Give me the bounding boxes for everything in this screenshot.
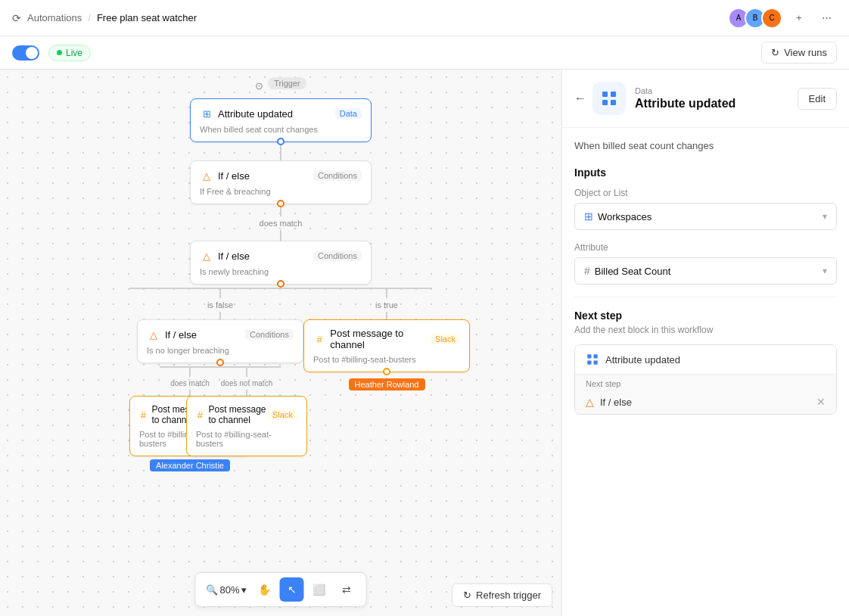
if-else-2-subtitle: Is newly breaching [200,267,362,276]
panel-subtitle: When billed seat count changes [574,140,837,151]
nav-automations-link[interactable]: Automations [27,12,82,23]
if-else-2-icon: △ [200,249,213,263]
slack-2-badge: Slack [431,334,460,344]
live-toggle[interactable] [12,45,39,61]
panel-header: ← Data Attribute updated Edit [562,70,849,128]
zoom-chevron: ▾ [241,584,247,596]
panel-icon-box [592,82,626,115]
svg-rect-5 [594,354,598,358]
trigger-label: Trigger [268,77,306,89]
slack-3-icon: # [196,408,204,422]
left-branch: is false △ If / else Conditions Is no lo… [129,288,311,366]
next-step-current-text: Attribute updated [605,354,826,366]
edit-button[interactable]: Edit [798,88,837,110]
zoom-control[interactable]: 🔍 80% ▾ [203,584,249,596]
canvas-toolbar: 🔍 80% ▾ ✋ ↖ ⬜ ⇄ [194,572,366,607]
if-else-3-badge: Conditions [245,329,294,340]
if-else-1-connector [277,200,285,207]
svg-rect-4 [587,354,591,358]
next-step-sub-close[interactable]: ✕ [816,396,826,408]
if-else-node-1[interactable]: △ If / else Conditions If Free & breachi… [190,160,372,204]
next-step-current-item[interactable]: Attribute updated [575,345,836,374]
if-else-2-connector [277,280,285,288]
object-or-list-label: Object or List [574,188,837,198]
next-step-sublabel: Add the next block in this workflow [574,325,837,335]
view-runs-button[interactable]: ↻ View runs [761,42,837,64]
nav-more-button[interactable]: ⋯ [816,8,837,29]
live-label: Live [66,48,82,58]
panel-body: When billed seat count changes Inputs Ob… [562,128,849,616]
live-bar-right: ↻ View runs [761,42,837,64]
attribute-updated-icon: ⊞ [200,107,213,120]
if-else-1-icon: △ [200,169,213,182]
refresh-trigger-button[interactable]: ↻ Refresh trigger [452,583,552,607]
slack-2-connector [383,368,390,375]
panel-back-button[interactable]: ← [574,92,586,105]
if-else-sub-icon: △ [586,396,594,408]
pointer-icon: ↖ [288,583,297,596]
avatar-3: C [761,8,782,29]
more-icon: ⋯ [822,12,832,23]
user-tooltip-1: Alexander Christie [150,459,230,471]
slack-3-badge: Slack [268,409,297,420]
object-or-list-field: Object or List ⊞ Workspaces ▾ [574,188,837,230]
slack-1-icon: # [139,408,148,422]
frame-tool-button[interactable]: ⬜ [307,577,331,602]
post-message-node-3[interactable]: # Post message to channel Slack Post to … [186,396,307,456]
v-line-3 [280,230,281,241]
svg-rect-0 [602,92,608,97]
trigger-node-subtitle: When billed seat count changes [200,125,362,134]
if-else-2-badge: Conditions [313,250,362,261]
workspaces-select[interactable]: ⊞ Workspaces ▾ [574,203,837,230]
next-step-sub-label: Next step [575,375,836,390]
canvas[interactable]: ⊙ Trigger ⊞ Attribute updated Data When … [0,70,561,616]
attribute-chevron: ▾ [823,266,827,276]
nav-separator: / [88,12,91,23]
hand-icon: ✋ [258,583,271,596]
attribute-select[interactable]: # Billed Seat Count ▾ [574,257,837,285]
nav-page-title: Free plan seat watcher [97,12,197,23]
is-false-label: is false [207,300,233,310]
if-else-node-3[interactable]: △ If / else Conditions Is no longer brea… [137,319,303,363]
flow-container: ⊙ Trigger ⊞ Attribute updated Data When … [23,77,538,454]
right-branch: is true # Post message to channel Slack … [311,288,462,390]
is-true-label: is true [375,300,398,310]
right-panel: ← Data Attribute updated Edit When bille… [561,70,849,616]
svg-rect-2 [602,100,608,105]
toggle-thumb [26,47,38,59]
if-else-3-title: If / else [165,329,197,341]
attribute-label: Attribute [574,242,837,253]
nav-plus-button[interactable]: + [788,8,810,29]
next-step-current-icon [586,353,599,366]
hash-icon: # [584,265,590,277]
fit-icon: ⇄ [342,583,351,596]
branch-split: is false △ If / else Conditions Is no lo… [69,288,493,454]
top-nav: ⟳ Automations / Free plan seat watcher A… [0,0,849,36]
svg-rect-3 [611,100,616,105]
trigger-node-title: Attribute updated [218,108,293,120]
hand-tool-button[interactable]: ✋ [253,577,277,602]
fit-tool-button[interactable]: ⇄ [334,577,359,602]
trigger-node-card[interactable]: ⊞ Attribute updated Data When billed sea… [190,98,372,142]
if-else-node-2[interactable]: △ If / else Conditions Is newly breachin… [190,241,372,285]
user-tooltip-2: Heather Rowland [349,378,425,390]
slack-2-icon: # [313,332,325,346]
if-else-1-badge: Conditions [313,170,362,181]
workspaces-icon: ⊞ [584,210,593,222]
live-bar: Live ↻ View runs [0,36,849,70]
post-message-node-2[interactable]: # Post message to channel Slack Post to … [303,319,470,372]
left-branch-v-line [219,288,221,298]
refresh-trigger-label: Refresh trigger [476,590,541,601]
attribute-value: Billed Seat Count [595,266,670,277]
nav-right-actions: A B C + ⋯ [728,8,837,29]
next-step-card: Attribute updated Next step △ If / else … [574,344,837,415]
next-step-sub-item[interactable]: △ If / else ✕ [575,390,836,414]
plus-icon: + [796,12,802,23]
pointer-tool-button[interactable]: ↖ [280,577,304,602]
inputs-section-label: Inputs [574,166,837,179]
svg-rect-6 [587,361,591,365]
next-step-sub-text: If / else [600,397,810,408]
workspaces-chevron: ▾ [823,211,827,222]
trigger-node-connector [277,138,285,145]
panel-data-label: Data [635,86,798,95]
